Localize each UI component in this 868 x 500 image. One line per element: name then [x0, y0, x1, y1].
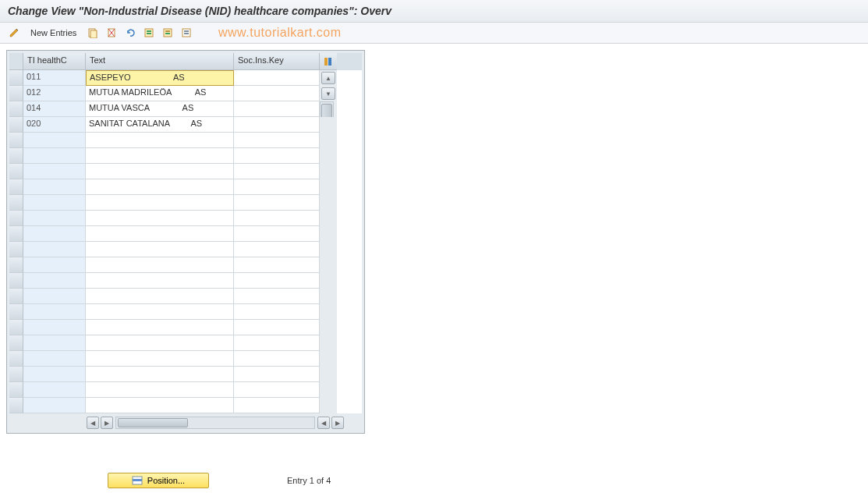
vscroll-down-icon[interactable]: ▼	[321, 87, 335, 100]
cell-socinskey	[234, 211, 320, 226]
col-header-healthc[interactable]: TI healthC	[23, 53, 86, 70]
row-selector[interactable]	[9, 179, 23, 195]
cell-healthc	[23, 273, 86, 289]
cell-socinskey	[234, 164, 320, 179]
position-button[interactable]: Position...	[108, 473, 209, 488]
row-selector[interactable]	[9, 86, 23, 101]
position-button-label: Position...	[147, 476, 185, 485]
svg-rect-15	[328, 58, 331, 66]
cell-socinskey[interactable]	[234, 86, 320, 101]
vscroll-cell	[320, 242, 337, 257]
table-row	[9, 257, 362, 273]
cell-socinskey	[234, 179, 320, 195]
row-selector-header[interactable]	[9, 53, 23, 70]
hscroll-right-icon[interactable]: ◀	[317, 417, 330, 429]
table-container: TI healthC Text Soc.Ins.Key 011ASEPEYO A…	[6, 50, 365, 434]
vscroll-cell	[320, 273, 337, 289]
row-selector[interactable]	[9, 351, 23, 367]
row-selector[interactable]	[9, 273, 23, 289]
cell-socinskey	[234, 335, 320, 351]
row-selector[interactable]	[9, 304, 23, 320]
row-selector[interactable]	[9, 211, 23, 226]
cell-healthc	[23, 382, 86, 398]
cell-socinskey[interactable]	[234, 117, 320, 133]
hscroll-track[interactable]	[115, 417, 315, 429]
cell-text[interactable]: ASEPEYO AS	[86, 70, 234, 86]
delete-icon[interactable]	[104, 26, 119, 40]
cell-healthc	[23, 164, 86, 179]
cell-healthc	[23, 257, 86, 273]
cell-text	[86, 382, 234, 398]
cell-text[interactable]: SANITAT CATALANA AS	[86, 117, 234, 133]
table-row	[9, 398, 362, 413]
row-selector[interactable]	[9, 398, 23, 413]
svg-rect-7	[147, 33, 151, 34]
cell-text	[86, 351, 234, 367]
svg-rect-17	[133, 479, 142, 481]
cell-healthc[interactable]: 011	[23, 70, 86, 86]
col-header-socinskey[interactable]: Soc.Ins.Key	[234, 53, 320, 70]
cell-text[interactable]: MUTUA VASCA AS	[86, 101, 234, 117]
cell-socinskey	[234, 398, 320, 413]
cell-socinskey[interactable]	[234, 101, 320, 117]
vscroll-up-icon[interactable]: ▲	[321, 72, 335, 84]
cell-socinskey	[234, 133, 320, 148]
cell-text	[86, 148, 234, 164]
svg-rect-1	[90, 30, 97, 38]
row-selector[interactable]	[9, 367, 23, 382]
row-selector[interactable]	[9, 242, 23, 257]
table-config-icon[interactable]	[320, 53, 337, 70]
cell-socinskey	[234, 226, 320, 242]
row-selector[interactable]	[9, 117, 23, 133]
table-row	[9, 320, 362, 335]
undo-change-icon[interactable]	[122, 26, 138, 40]
cell-text	[86, 398, 234, 413]
hscroll-last-icon[interactable]: ▶	[331, 417, 344, 429]
table-row: 011ASEPEYO AS▲	[9, 70, 362, 86]
table-row	[9, 226, 362, 242]
row-selector[interactable]	[9, 320, 23, 335]
copy-as-icon[interactable]	[85, 26, 101, 40]
col-header-text[interactable]: Text	[86, 53, 234, 70]
hscroll-thumb[interactable]	[118, 418, 188, 427]
cell-text[interactable]: MUTUA MADRILEÖA AS	[86, 86, 234, 101]
row-selector[interactable]	[9, 226, 23, 242]
cell-socinskey[interactable]	[234, 70, 320, 86]
row-selector[interactable]	[9, 148, 23, 164]
row-selector[interactable]	[9, 164, 23, 179]
row-selector[interactable]	[9, 257, 23, 273]
table-row	[9, 133, 362, 148]
data-table: TI healthC Text Soc.Ins.Key 011ASEPEYO A…	[9, 53, 362, 413]
vscroll-cell	[320, 398, 337, 413]
select-block-icon[interactable]	[160, 26, 175, 40]
hscroll-left-icon[interactable]: ▶	[101, 417, 113, 429]
cell-healthc	[23, 148, 86, 164]
row-selector[interactable]	[9, 289, 23, 304]
toggle-display-change-icon[interactable]	[6, 26, 22, 40]
new-entries-button[interactable]: New Entries	[25, 26, 82, 40]
cell-healthc[interactable]: 014	[23, 101, 86, 117]
row-selector[interactable]	[9, 335, 23, 351]
select-all-icon[interactable]	[141, 26, 157, 40]
row-selector[interactable]	[9, 70, 23, 86]
cell-socinskey	[234, 242, 320, 257]
vscroll-cell	[320, 164, 337, 179]
vscroll-cell	[320, 195, 337, 211]
cell-healthc[interactable]: 012	[23, 86, 86, 101]
deselect-all-icon[interactable]	[179, 26, 194, 40]
svg-rect-10	[165, 33, 170, 34]
hscroll-first-icon[interactable]: ◀	[87, 417, 99, 429]
cell-socinskey	[234, 289, 320, 304]
cell-text	[86, 257, 234, 273]
cell-socinskey	[234, 320, 320, 335]
cell-healthc	[23, 351, 86, 367]
row-selector[interactable]	[9, 133, 23, 148]
cell-healthc[interactable]: 020	[23, 117, 86, 133]
cell-healthc	[23, 304, 86, 320]
row-selector[interactable]	[9, 195, 23, 211]
cell-healthc	[23, 133, 86, 148]
row-selector[interactable]	[9, 101, 23, 117]
vscroll-cell	[320, 133, 337, 148]
row-selector[interactable]	[9, 382, 23, 398]
vscroll-cell	[320, 351, 337, 367]
